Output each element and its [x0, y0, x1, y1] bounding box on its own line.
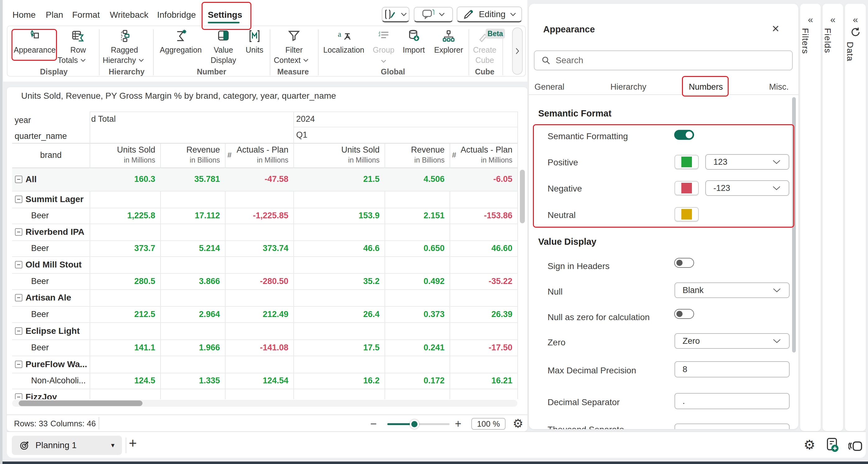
menu-writeback[interactable]: Writeback	[110, 9, 148, 21]
cell[interactable]: 0.241	[385, 340, 444, 356]
cell[interactable]: 35.781	[161, 168, 220, 191]
cell[interactable]: 46.60	[450, 240, 513, 256]
cell[interactable]: -17.50	[450, 340, 513, 356]
menu-format[interactable]: Format	[72, 9, 100, 21]
v-scrollbar-thumb[interactable]	[520, 170, 525, 223]
add-sheet-button[interactable]: +	[129, 435, 137, 451]
row-label[interactable]: Non-Alcoholi...	[31, 373, 90, 389]
expand-filters-icon[interactable]: «	[800, 14, 821, 25]
zero-dropdown[interactable]: Zero	[675, 333, 789, 349]
filters-side-tab[interactable]: « Filters	[800, 4, 821, 431]
cell[interactable]: 212.49	[225, 306, 288, 322]
collapse-icon[interactable]	[15, 294, 22, 301]
max-decimal-input[interactable]: 8	[675, 361, 789, 377]
menu-infobridge[interactable]: Infobridge	[157, 9, 196, 21]
cell[interactable]: 16.2	[294, 373, 379, 389]
collapse-icon[interactable]	[15, 327, 22, 335]
collapse-icon[interactable]	[15, 261, 22, 268]
collapse-icon[interactable]	[15, 176, 22, 183]
cell[interactable]: 0.172	[385, 373, 444, 389]
tab-hierarchy[interactable]: Hierarchy	[611, 82, 647, 92]
sheet-tab-planning[interactable]: Planning 1 ▾	[12, 436, 122, 455]
h-scrollbar-thumb[interactable]	[19, 401, 143, 406]
sheet-tab-caret-icon[interactable]: ▾	[111, 441, 115, 450]
comments-button[interactable]	[414, 7, 453, 22]
copy-report-icon[interactable]	[848, 438, 863, 454]
cell[interactable]: 0.650	[385, 240, 444, 256]
ribbon-value-display-button[interactable]: Value Display	[204, 27, 243, 65]
cell[interactable]: 160.3	[90, 168, 155, 191]
ribbon-row-totals-button[interactable]: Row Totals	[58, 27, 99, 65]
row-label[interactable]: PureFlow Wa...	[15, 356, 90, 373]
row-label[interactable]: Beer	[31, 273, 90, 289]
cell[interactable]: 26.4	[294, 306, 379, 322]
cell[interactable]: 212.5	[90, 306, 155, 322]
expand-fields-icon[interactable]: «	[823, 14, 843, 25]
ribbon-ragged-hierarchy-button[interactable]: Ragged Hierarchy	[103, 27, 146, 65]
refresh-icon[interactable]	[845, 27, 866, 39]
row-label[interactable]: All	[15, 168, 90, 191]
ribbon-explorer-button[interactable]: Explorer	[430, 27, 467, 55]
cell[interactable]: 2.151	[385, 208, 444, 224]
settings-gear-icon[interactable]: ⚙	[804, 437, 815, 453]
row-label[interactable]: Beer	[31, 208, 90, 224]
table-settings-gear-icon[interactable]: ⚙	[513, 417, 523, 430]
collapse-icon[interactable]	[15, 228, 22, 236]
cell[interactable]: 124.5	[90, 373, 155, 389]
ribbon-filter-context-button[interactable]: Filter Context	[274, 27, 314, 65]
cell[interactable]: -47.58	[225, 168, 288, 191]
cell[interactable]: -141.08	[225, 340, 288, 356]
null-as-zero-toggle[interactable]	[674, 309, 694, 319]
cell[interactable]: -1,225.85	[225, 208, 288, 224]
collapse-icon[interactable]	[15, 196, 22, 203]
cell[interactable]: -6.05	[450, 168, 513, 191]
cell[interactable]: 124.54	[225, 373, 288, 389]
null-dropdown[interactable]: Blank	[675, 283, 789, 298]
writeback-mode-button[interactable]	[382, 7, 409, 22]
menu-home[interactable]: Home	[12, 9, 36, 21]
row-label[interactable]: Beer	[31, 340, 90, 356]
tab-general[interactable]: General	[534, 82, 564, 92]
ribbon-units-button[interactable]: Units	[239, 27, 270, 55]
cell[interactable]: -35.22	[450, 273, 513, 289]
zoom-out-button[interactable]: −	[370, 417, 377, 430]
cell[interactable]: 373.74	[225, 240, 288, 256]
ribbon-localization-button[interactable]: a Localization	[320, 27, 367, 55]
ribbon-aggregation-button[interactable]: Aggregation	[158, 27, 204, 55]
cell[interactable]: 153.9	[294, 208, 379, 224]
cell[interactable]: 16.21	[450, 373, 513, 389]
row-label[interactable]: Riverbend IPA	[15, 224, 90, 240]
cell[interactable]: 17.5	[294, 340, 379, 356]
cell[interactable]: 1.335	[161, 373, 220, 389]
cell[interactable]: -280.50	[225, 273, 288, 289]
fields-side-tab[interactable]: « Fields	[823, 4, 843, 431]
zoom-slider-handle[interactable]	[410, 419, 419, 429]
ribbon-import-button[interactable]: Import	[398, 27, 430, 55]
expand-data-icon[interactable]: «	[845, 14, 866, 25]
cell[interactable]: 26.39	[450, 306, 513, 322]
data-side-tab[interactable]: « Data	[845, 4, 866, 431]
sign-in-headers-toggle[interactable]	[674, 258, 694, 268]
cell[interactable]: 5.214	[161, 240, 220, 256]
zoom-in-button[interactable]: +	[455, 417, 461, 430]
search-input[interactable]: Search	[534, 51, 793, 70]
cell[interactable]: 373.7	[90, 240, 155, 256]
close-icon[interactable]: ✕	[772, 23, 780, 35]
cell[interactable]: -153.86	[450, 208, 513, 224]
cell[interactable]: 1.966	[161, 340, 220, 356]
decimal-separator-input[interactable]: .	[675, 393, 789, 409]
ribbon-scroll-right-button[interactable]	[512, 27, 523, 75]
cell[interactable]: 21.5	[294, 168, 379, 191]
menu-plan[interactable]: Plan	[46, 9, 63, 21]
row-label[interactable]: Eclipse Light	[15, 322, 90, 340]
cell[interactable]: 35.2	[294, 273, 379, 289]
cell[interactable]: 0.492	[385, 273, 444, 289]
row-label[interactable]: Artisan Ale	[15, 289, 90, 306]
cell[interactable]: 0.373	[385, 306, 444, 322]
cell[interactable]: 4.506	[385, 168, 444, 191]
row-label[interactable]: Summit Lager	[15, 191, 90, 208]
cell[interactable]: 141.1	[90, 340, 155, 356]
cell[interactable]: 3.866	[161, 273, 220, 289]
cell[interactable]: 2.964	[161, 306, 220, 322]
row-label[interactable]: Beer	[31, 306, 90, 322]
